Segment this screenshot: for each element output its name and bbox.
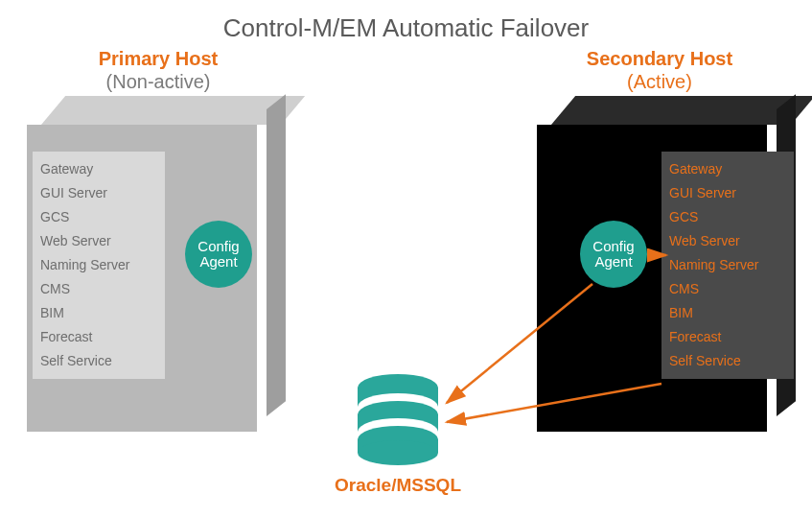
service-item: GUI Server: [40, 181, 157, 205]
service-item: Gateway: [669, 157, 786, 181]
service-item: Forecast: [40, 325, 157, 349]
primary-server: Gateway GUI Server GCS Web Server Naming…: [27, 96, 267, 432]
service-item: Self Service: [40, 349, 157, 373]
service-item: Gateway: [40, 157, 157, 181]
service-item: BIM: [40, 301, 157, 325]
service-item: Naming Server: [40, 253, 157, 277]
svg-point-10: [358, 440, 438, 465]
service-item: GUI Server: [669, 181, 786, 205]
service-item: Web Server: [669, 229, 786, 253]
service-item: Web Server: [40, 229, 157, 253]
service-item: Self Service: [669, 349, 786, 373]
secondary-host-label: Secondary Host: [568, 48, 751, 70]
service-item: Naming Server: [669, 253, 786, 277]
diagram-title: Control-M/EM Automatic Failover: [0, 0, 812, 43]
service-item: CMS: [40, 277, 157, 301]
primary-services-panel: Gateway GUI Server GCS Web Server Naming…: [33, 152, 165, 379]
primary-config-agent: Config Agent: [185, 221, 252, 288]
database-label: Oracle/MSSQL: [326, 475, 470, 496]
service-item: CMS: [669, 277, 786, 301]
secondary-server: Gateway GUI Server GCS Web Server Naming…: [537, 96, 777, 432]
primary-host-status: (Non-active): [77, 71, 240, 93]
service-item: GCS: [669, 205, 786, 229]
service-item: BIM: [669, 301, 786, 325]
secondary-config-agent: Config Agent: [580, 221, 647, 288]
service-item: Forecast: [669, 325, 786, 349]
database-icon: [355, 374, 441, 465]
primary-host-label: Primary Host: [77, 48, 240, 70]
service-item: GCS: [40, 205, 157, 229]
secondary-services-panel: Gateway GUI Server GCS Web Server Naming…: [661, 152, 794, 379]
secondary-host-status: (Active): [568, 71, 751, 93]
